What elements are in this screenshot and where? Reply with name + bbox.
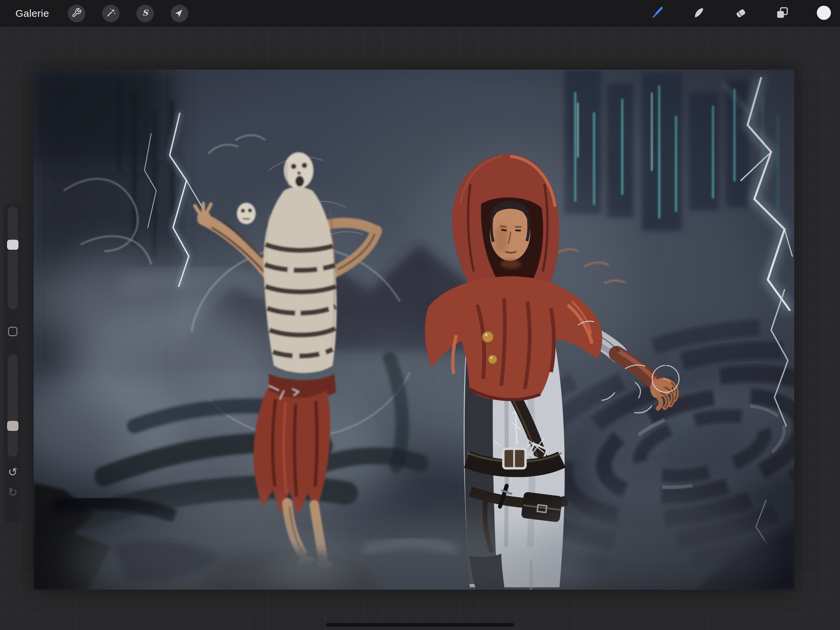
tool-sidebar: ↺ ↻ — [4, 204, 22, 522]
paint-button[interactable] — [651, 7, 664, 20]
artwork — [33, 70, 794, 590]
adjustments-button[interactable] — [102, 5, 120, 22]
right-tool-group — [651, 7, 831, 20]
gallery-button[interactable]: Galerie — [9, 8, 49, 19]
redo-button[interactable]: ↻ — [7, 486, 19, 498]
transform-arrow-icon — [174, 8, 185, 19]
selection-button[interactable]: S — [136, 5, 154, 22]
layers-icon — [775, 6, 789, 21]
modify-button[interactable] — [8, 327, 17, 336]
brush-size-handle[interactable] — [7, 240, 19, 250]
color-swatch — [816, 5, 832, 22]
eraser-icon — [734, 6, 747, 21]
erase-button[interactable] — [734, 7, 747, 20]
svg-text:S: S — [142, 8, 149, 17]
left-tool-group: Galerie S — [9, 5, 188, 22]
brush-icon — [651, 6, 664, 21]
undo-button[interactable]: ↺ — [7, 466, 19, 478]
opacity-handle[interactable] — [7, 421, 19, 431]
drawing-canvas[interactable] — [33, 70, 794, 590]
opacity-slider[interactable] — [8, 354, 18, 457]
layers-button[interactable] — [775, 7, 789, 20]
magic-wand-icon — [106, 8, 116, 19]
color-button[interactable] — [817, 7, 831, 20]
top-toolbar: Galerie S — [0, 0, 840, 27]
wrench-icon — [71, 8, 82, 19]
smudge-icon — [692, 6, 706, 21]
transform-button[interactable] — [171, 5, 188, 22]
actions-button[interactable] — [68, 5, 85, 22]
selection-s-icon: S — [140, 8, 150, 19]
smudge-button[interactable] — [692, 7, 706, 20]
brush-size-slider[interactable] — [8, 206, 18, 309]
home-indicator[interactable] — [326, 623, 514, 627]
